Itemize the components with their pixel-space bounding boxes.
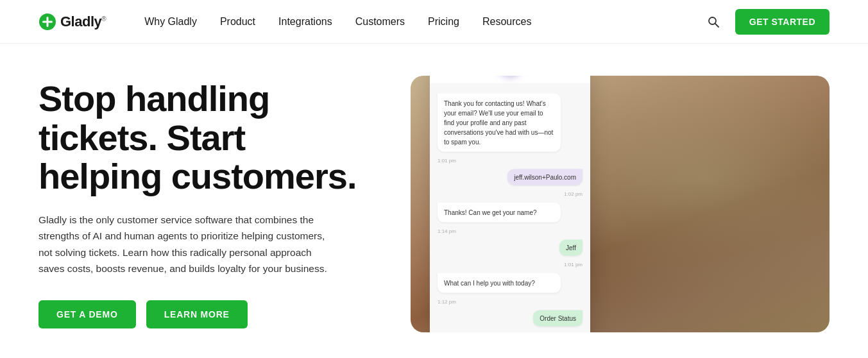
get-started-button[interactable]: GET STARTED [735, 9, 830, 35]
chat-timestamp-2: 1:02 pm [438, 191, 583, 197]
chat-message-1: Thank you for contacting us! What's your… [438, 94, 561, 152]
hero-heading: Stop handling tickets. Start helping cus… [38, 80, 372, 196]
nav-customers[interactable]: Customers [355, 16, 405, 28]
nav-pricing[interactable]: Pricing [428, 16, 459, 28]
hero-visual: ✦ < Back Let's Chat! — Thank you for con… [411, 76, 830, 332]
chat-body: Thank you for contacting us! What's your… [430, 85, 590, 333]
chat-timestamp-3: 1:14 pm [438, 228, 583, 234]
svg-point-3 [709, 17, 716, 24]
chat-header: < Back Let's Chat! — [430, 76, 590, 85]
chat-close-button[interactable]: — [572, 76, 581, 78]
logo-wordmark: Gladly® [60, 13, 106, 30]
search-button[interactable] [704, 13, 722, 31]
svg-rect-2 [42, 21, 53, 22]
nav-links: Why Gladly Product Integrations Customer… [144, 16, 704, 28]
navbar: Gladly® Why Gladly Product Integrations … [0, 0, 868, 44]
svg-line-4 [715, 24, 719, 27]
chat-overlay-card: ✦ < Back Let's Chat! — Thank you for con… [430, 76, 590, 332]
chat-timestamp-4: 1:01 pm [438, 262, 583, 268]
hero-text-area: Stop handling tickets. Start helping cus… [38, 80, 372, 328]
nav-resources[interactable]: Resources [482, 16, 531, 28]
get-demo-button[interactable]: GET A DEMO [38, 300, 136, 328]
chat-back-button[interactable]: < Back [439, 76, 461, 76]
hero-buttons: GET A DEMO LEARN MORE [38, 300, 372, 328]
chat-timestamp-1: 1:01 pm [438, 158, 583, 164]
chat-title: Let's Chat! [497, 76, 536, 77]
learn-more-button[interactable]: LEARN MORE [146, 300, 248, 328]
nav-right: GET STARTED [704, 9, 830, 35]
nav-product[interactable]: Product [220, 16, 255, 28]
hero-description: Gladly is the only customer service soft… [38, 212, 340, 277]
search-icon [707, 15, 720, 28]
chat-timestamp-5: 1:12 pm [438, 299, 583, 305]
chat-message-2: jeff.wilson+Paulo.com [507, 169, 583, 185]
gladly-logo-icon [38, 13, 56, 31]
hero-section: Stop handling tickets. Start helping cus… [0, 44, 868, 358]
chat-message-4: Jeff [559, 240, 583, 256]
nav-integrations[interactable]: Integrations [278, 16, 332, 28]
chat-message-5: What can I help you with today? [438, 273, 561, 293]
logo[interactable]: Gladly® [38, 13, 106, 31]
chat-message-6: Order Status [533, 311, 583, 327]
chat-message-3: Thanks! Can we get your name? [438, 203, 561, 223]
chat-timestamp-6: 1:13 pm [438, 332, 583, 333]
nav-why-gladly[interactable]: Why Gladly [144, 16, 197, 28]
